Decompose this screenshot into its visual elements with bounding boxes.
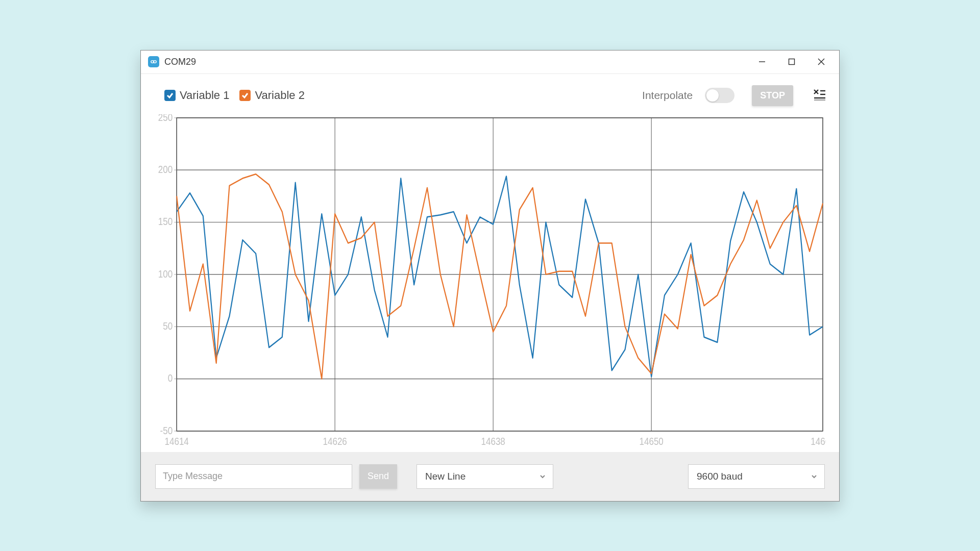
arduino-app-icon (148, 56, 159, 67)
chevron-down-icon (811, 471, 817, 482)
svg-text:50: 50 (163, 320, 173, 331)
svg-text:14663: 14663 (811, 436, 826, 447)
svg-text:150: 150 (158, 216, 173, 227)
chart-area: -500501001502002501461414626146381465014… (141, 110, 839, 452)
svg-text:250: 250 (158, 114, 173, 123)
legend-item-variable-2[interactable]: Variable 2 (239, 89, 304, 102)
svg-text:100: 100 (158, 268, 173, 279)
interpolate-label: Interpolate (642, 89, 693, 102)
message-input[interactable] (155, 464, 352, 489)
svg-text:14614: 14614 (164, 436, 188, 447)
window-title: COM29 (164, 57, 196, 67)
svg-text:14650: 14650 (639, 436, 663, 447)
svg-text:14638: 14638 (481, 436, 505, 447)
minimize-button[interactable] (747, 52, 777, 72)
line-ending-select[interactable]: New Line (416, 464, 553, 489)
titlebar: COM29 (141, 51, 839, 74)
baud-rate-select[interactable]: 9600 baud (688, 464, 825, 489)
window-controls (747, 52, 836, 72)
svg-text:0: 0 (168, 372, 173, 384)
checkbox-icon (239, 90, 251, 101)
select-value: 9600 baud (697, 471, 743, 482)
legend-label: Variable 1 (180, 89, 229, 102)
bottom-bar: Send New Line 9600 baud (141, 452, 839, 501)
clear-chart-icon[interactable] (813, 88, 826, 103)
svg-rect-3 (789, 59, 795, 65)
svg-text:-50: -50 (160, 424, 173, 436)
svg-text:14626: 14626 (323, 436, 347, 447)
legend-label: Variable 2 (255, 89, 304, 102)
chevron-down-icon (540, 471, 546, 482)
interpolate-toggle[interactable] (705, 88, 734, 103)
send-button[interactable]: Send (359, 464, 397, 489)
close-button[interactable] (806, 52, 836, 72)
serial-plotter-window: COM29 Variable 1 Variable 2 Interpolate … (140, 50, 840, 502)
legend-item-variable-1[interactable]: Variable 1 (164, 89, 229, 102)
toolbar: Variable 1 Variable 2 Interpolate STOP (141, 74, 839, 110)
line-chart: -500501001502002501461414626146381465014… (150, 114, 826, 452)
checkbox-icon (164, 90, 176, 101)
select-value: New Line (425, 471, 465, 482)
svg-text:200: 200 (158, 163, 173, 174)
maximize-button[interactable] (777, 52, 806, 72)
stop-button[interactable]: STOP (752, 85, 793, 106)
